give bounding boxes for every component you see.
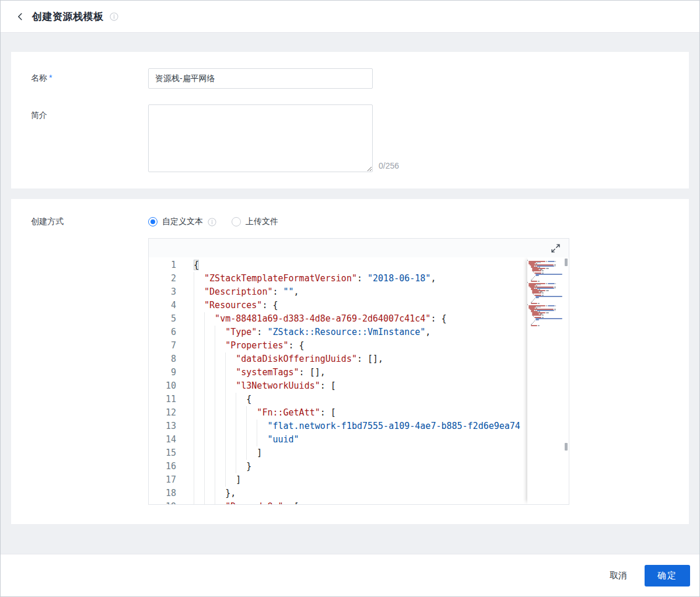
line-number: 6 — [149, 326, 176, 339]
line-number: 10 — [149, 379, 176, 393]
description-wrap: 0/256 — [148, 104, 399, 172]
line-number: 3 — [149, 285, 176, 299]
radio-option-upload-file[interactable]: 上传文件 — [232, 217, 278, 227]
footer-action-bar: 取消 确定 — [1, 554, 699, 596]
name-input[interactable] — [148, 68, 373, 89]
code-line[interactable]: }, — [194, 487, 569, 500]
create-method-row: 创建方式 自定义文本 上传文件 — [31, 215, 689, 227]
chevron-left-icon — [16, 12, 24, 21]
code-line[interactable]: ] — [194, 473, 569, 487]
line-number: 4 — [149, 299, 176, 312]
ok-button[interactable]: 确定 — [645, 565, 690, 586]
form-body: 名称* 简介 0/256 创建方式 自定义文本 — [1, 33, 699, 524]
name-label: 名称* — [31, 68, 148, 89]
code-editor: 12345678910111213141516171819 {"ZStackTe… — [148, 238, 569, 505]
create-method-card: 创建方式 自定义文本 上传文件 — [11, 199, 689, 524]
radio-option-custom-text[interactable]: 自定义文本 — [148, 217, 216, 227]
line-number: 5 — [149, 312, 176, 326]
editor-gutter: 12345678910111213141516171819 — [149, 257, 185, 504]
line-number: 11 — [149, 393, 176, 406]
line-number: 17 — [149, 473, 176, 487]
overview-ruler[interactable] — [564, 257, 569, 504]
editor-toolbar — [149, 239, 569, 257]
code-line[interactable]: "DependsOn": [ — [194, 500, 569, 504]
line-number: 18 — [149, 487, 176, 500]
name-field-row: 名称* — [31, 68, 689, 89]
code-line[interactable]: "ZStackTemplateFormatVersion": "2018-06-… — [194, 272, 569, 285]
code-line[interactable]: "systemTags": [], — [194, 366, 569, 379]
code-line[interactable]: "dataDiskOfferingUuids": [], — [194, 352, 569, 366]
expand-icon — [551, 243, 561, 253]
line-number: 8 — [149, 352, 176, 366]
code-line[interactable]: { — [194, 393, 569, 406]
editor-surface[interactable]: 12345678910111213141516171819 {"ZStackTe… — [149, 257, 569, 504]
cancel-button[interactable]: 取消 — [601, 565, 635, 586]
radio-selected-icon — [148, 217, 158, 226]
scrollbar-mark-top — [565, 259, 568, 266]
code-line[interactable]: "Resources": { — [194, 299, 569, 312]
code-line[interactable]: "uuid" — [194, 433, 569, 446]
code-line[interactable]: ] — [194, 446, 569, 460]
title-info-icon[interactable] — [110, 12, 118, 21]
page-header: 创建资源栈模板 — [1, 1, 699, 33]
code-line[interactable]: "vm-88481a69-d383-4d8e-a769-2d64007c41c4… — [194, 312, 569, 326]
create-method-radio-group: 自定义文本 上传文件 — [148, 217, 278, 227]
code-area[interactable]: {"ZStackTemplateFormatVersion": "2018-06… — [185, 257, 569, 504]
line-number: 15 — [149, 446, 176, 460]
code-line[interactable]: "Type": "ZStack::Resource::VmInstance", — [194, 326, 569, 339]
expand-button[interactable] — [550, 242, 562, 254]
line-number: 19 — [149, 500, 176, 504]
line-number: 13 — [149, 420, 176, 433]
line-number: 7 — [149, 339, 176, 352]
code-line[interactable]: "flat.network-f1bd7555-a109-4ae7-b885-f2… — [194, 420, 569, 433]
char-counter: 0/256 — [379, 161, 399, 172]
description-field-row: 简介 0/256 — [31, 104, 689, 172]
back-button[interactable] — [15, 11, 25, 22]
custom-text-info-icon[interactable] — [208, 218, 216, 226]
required-asterisk: * — [49, 73, 52, 82]
code-line[interactable]: "Description": "", — [194, 285, 569, 299]
create-resource-stack-template-page: 创建资源栈模板 名称* 简介 0/256 — [0, 0, 700, 597]
description-textarea[interactable] — [148, 104, 373, 172]
minimap[interactable] — [527, 257, 564, 504]
page-title: 创建资源栈模板 — [32, 10, 104, 23]
code-line[interactable]: "l3NetworkUuids": [ — [194, 379, 569, 393]
code-line[interactable]: "Fn::GetAtt": [ — [194, 406, 569, 420]
basic-info-card: 名称* 简介 0/256 — [11, 52, 689, 188]
radio-unselected-icon — [232, 217, 241, 226]
scrollbar-thumb[interactable] — [565, 443, 568, 451]
line-number: 9 — [149, 366, 176, 379]
minimap-line — [527, 325, 564, 326]
line-number: 12 — [149, 406, 176, 420]
code-line[interactable]: "Properties": { — [194, 339, 569, 352]
line-number: 1 — [149, 259, 176, 272]
code-line[interactable]: { — [194, 259, 569, 272]
description-label: 简介 — [31, 104, 148, 172]
code-line[interactable]: } — [194, 460, 569, 473]
create-method-label: 创建方式 — [31, 217, 148, 227]
line-number: 2 — [149, 272, 176, 285]
line-number: 14 — [149, 433, 176, 446]
line-number: 16 — [149, 460, 176, 473]
